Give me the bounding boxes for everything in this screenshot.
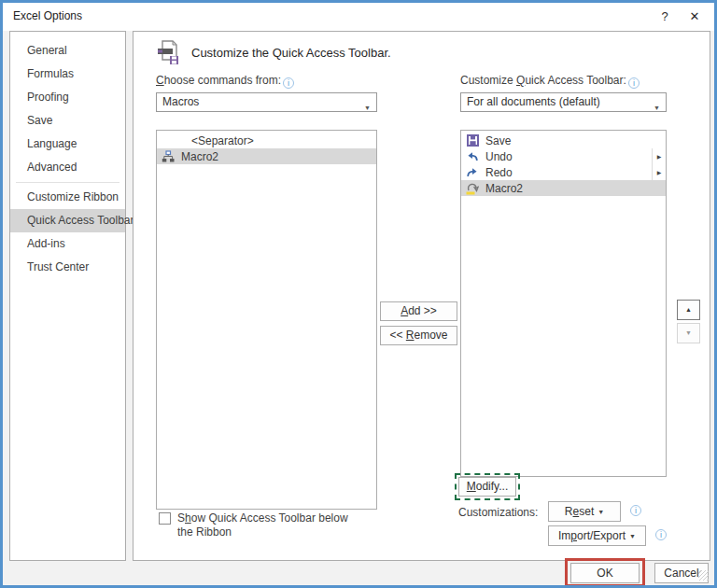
sidebar-item-add-ins[interactable]: Add-ins [10,232,125,256]
resize-grip[interactable] [698,570,709,581]
move-down-button[interactable]: ▼ [677,323,700,343]
reset-button[interactable]: Reset▼ [548,501,621,522]
show-qat-below-ribbon-row: Show Quick Access Toolbar below the Ribb… [159,511,373,539]
sidebar-item-trust-center[interactable]: Trust Center [10,256,125,279]
modify-button[interactable]: Modify... [458,477,516,497]
info-icon[interactable]: i [630,505,641,516]
redo-icon [465,166,480,179]
sidebar-item-language[interactable]: Language [10,133,125,156]
list-item[interactable]: Save [461,133,666,148]
up-arrow-icon: ▲ [685,306,692,313]
macro-icon [465,182,480,195]
sidebar: General Formulas Proofing Save Language … [9,31,126,561]
list-item[interactable]: <Separator> [157,133,376,148]
sidebar-item-formulas[interactable]: Formulas [10,63,125,86]
list-item[interactable]: Macro2 [157,148,376,164]
down-arrow-icon: ▼ [685,329,692,336]
page-title: Customize the Quick Access Toolbar. [191,46,391,60]
move-up-button[interactable]: ▲ [677,300,700,320]
commands-list[interactable]: <Separator> Macro2 [156,130,377,510]
macro-org-chart-icon [161,150,176,163]
titlebar: Excel Options ? ✕ [3,3,714,31]
sidebar-item-customize-ribbon[interactable]: Customize Ribbon [10,186,125,209]
sidebar-item-general[interactable]: General [10,39,125,63]
sidebar-item-advanced[interactable]: Advanced [10,156,125,179]
sidebar-item-save[interactable]: Save [10,109,125,133]
remove-button[interactable]: << Remove [380,326,457,345]
info-icon[interactable]: i [655,529,667,540]
chevron-down-icon: ▼ [598,509,604,515]
chevron-down-icon: ▼ [364,99,371,117]
sidebar-item-quick-access-toolbar[interactable]: Quick Access Toolbar [10,209,125,232]
chevron-down-icon: ▼ [629,533,636,539]
flyout-arrow-icon: ▶ [652,148,666,164]
import-export-button[interactable]: Import/Export▼ [548,525,646,546]
list-item[interactable]: Undo ▶ [461,148,666,164]
dialog-title: Excel Options [13,9,82,22]
list-item[interactable]: Redo ▶ [461,164,666,180]
qat-list[interactable]: Save Undo ▶ [460,130,667,477]
ok-button[interactable]: OK [570,563,640,583]
add-button[interactable]: Add >> [380,301,457,321]
info-icon[interactable]: i [283,77,294,89]
list-item[interactable]: Macro2 [461,180,666,196]
show-qat-below-ribbon-checkbox[interactable] [159,512,171,525]
main-panel: Customize the Quick Access Toolbar. Choo… [133,31,710,561]
undo-icon [465,150,480,163]
chevron-down-icon: ▼ [654,99,660,117]
dialog-body: Excel Options ? ✕ General Formulas Proof… [3,3,714,585]
customizations-label: Customizations: [458,506,538,519]
customize-qat-label: Customize Quick Access Toolbar:i [460,74,640,89]
excel-options-dialog: Excel Options ? ✕ General Formulas Proof… [0,0,717,588]
customize-toolbar-icon [156,39,182,67]
choose-commands-dropdown[interactable]: Macros ▼ [156,92,377,112]
close-icon[interactable]: ✕ [682,7,707,27]
save-icon [465,134,480,147]
flyout-arrow-icon: ▶ [652,164,666,180]
choose-commands-label: Choose commands from:i [156,74,294,89]
info-icon[interactable]: i [628,77,640,89]
sidebar-divider [16,182,120,183]
sidebar-item-proofing[interactable]: Proofing [10,86,125,109]
help-icon[interactable]: ? [653,7,677,27]
checkbox-label: Show Quick Access Toolbar below the Ribb… [177,511,364,539]
customize-qat-dropdown[interactable]: For all documents (default) ▼ [460,92,667,112]
